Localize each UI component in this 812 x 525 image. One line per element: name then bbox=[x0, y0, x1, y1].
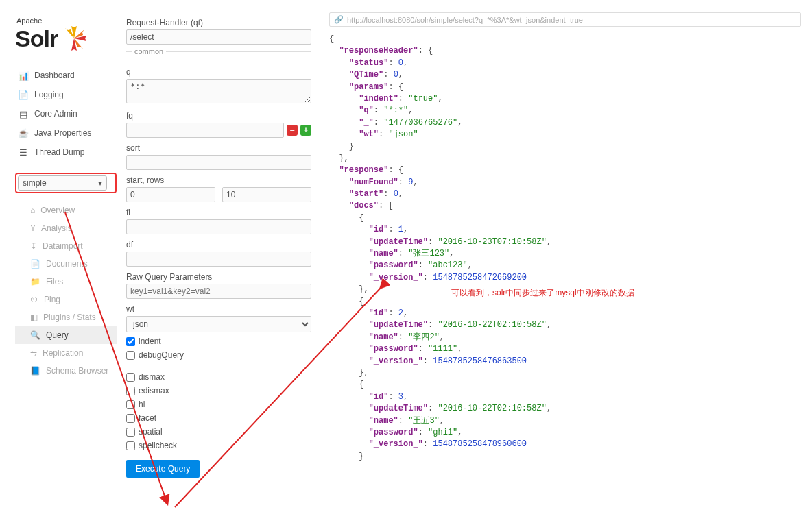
fq-remove-button[interactable]: − bbox=[287, 125, 298, 136]
df-label: df bbox=[126, 240, 311, 249]
fq-input[interactable] bbox=[126, 123, 284, 138]
search-icon: 🔍 bbox=[30, 330, 40, 340]
facet-checkbox[interactable] bbox=[126, 414, 135, 423]
logo-text-apache: Apache bbox=[16, 16, 117, 25]
sort-label: sort bbox=[126, 143, 311, 153]
q-label: q bbox=[126, 67, 311, 77]
common-label: common bbox=[132, 47, 166, 56]
java-icon: ☕ bbox=[18, 127, 29, 138]
dataimport-icon: ↧ bbox=[30, 241, 37, 251]
sub-nav: ⌂Overview YAnalysis ↧Dataimport 📄Documen… bbox=[27, 202, 117, 380]
startrows-label: start, rows bbox=[126, 175, 311, 185]
thread-icon: ☰ bbox=[18, 147, 29, 158]
hl-label: hl bbox=[139, 400, 145, 409]
logging-icon: 📄 bbox=[18, 89, 29, 100]
chevron-down-icon: ▾ bbox=[98, 178, 102, 188]
core-admin-icon: ▤ bbox=[18, 108, 29, 119]
wt-select[interactable]: json bbox=[126, 316, 311, 332]
ping-icon: ⏲ bbox=[30, 295, 38, 304]
edismax-checkbox[interactable] bbox=[126, 387, 135, 395]
nav-java-properties[interactable]: ☕Java Properties bbox=[15, 123, 117, 143]
start-input[interactable] bbox=[126, 187, 215, 202]
subnav-ping[interactable]: ⏲Ping bbox=[27, 291, 117, 308]
schema-icon: 📘 bbox=[30, 366, 40, 376]
fq-label: fq bbox=[126, 111, 311, 121]
subnav-schema[interactable]: 📘Schema Browser bbox=[27, 362, 117, 380]
home-icon: ⌂ bbox=[30, 206, 35, 215]
query-form: Request-Handler (qt) common q *:* fq − +… bbox=[117, 0, 321, 525]
dismax-checkbox[interactable] bbox=[126, 373, 135, 382]
fq-add-button[interactable]: + bbox=[300, 125, 311, 136]
rows-input[interactable] bbox=[222, 187, 311, 202]
sort-input[interactable] bbox=[126, 155, 311, 170]
result-url: http://localhost:8080/solr/simple/select… bbox=[347, 16, 583, 24]
spellcheck-label: spellcheck bbox=[139, 441, 177, 450]
q-input[interactable]: *:* bbox=[126, 79, 311, 103]
qt-label: Request-Handler (qt) bbox=[126, 18, 311, 27]
indent-checkbox[interactable] bbox=[126, 337, 135, 346]
subnav-replication[interactable]: ⇋Replication bbox=[27, 344, 117, 362]
plugins-icon: ◧ bbox=[30, 313, 38, 322]
core-select-highlight: simple ▾ bbox=[15, 173, 117, 193]
hl-checkbox[interactable] bbox=[126, 400, 135, 409]
raw-input[interactable] bbox=[126, 284, 311, 299]
analysis-icon: Y bbox=[30, 223, 36, 233]
facet-label: facet bbox=[139, 413, 156, 423]
logo-text-solr: Solr bbox=[15, 25, 58, 52]
subnav-overview[interactable]: ⌂Overview bbox=[27, 202, 117, 219]
subnav-documents[interactable]: 📄Documents bbox=[27, 255, 117, 273]
core-selector[interactable]: simple ▾ bbox=[18, 175, 107, 191]
raw-label: Raw Query Parameters bbox=[126, 272, 311, 282]
link-icon: 🔗 bbox=[334, 15, 344, 24]
sun-icon bbox=[60, 25, 88, 52]
files-icon: 📁 bbox=[30, 277, 40, 286]
edismax-label: edismax bbox=[139, 386, 169, 395]
annotation-text: 可以看到，solr中同步过来了mysql中刚修改的数据 bbox=[451, 287, 634, 299]
debug-checkbox[interactable] bbox=[126, 351, 135, 360]
subnav-query[interactable]: 🔍Query bbox=[15, 326, 117, 344]
df-input[interactable] bbox=[126, 252, 311, 267]
spatial-checkbox[interactable] bbox=[126, 428, 135, 437]
nav-thread-dump[interactable]: ☰Thread Dump bbox=[15, 143, 117, 162]
result-panel: 🔗 http://localhost:8080/solr/simple/sele… bbox=[321, 0, 812, 525]
debug-label: debugQuery bbox=[139, 350, 184, 360]
subnav-files[interactable]: 📁Files bbox=[27, 273, 117, 291]
nav-dashboard[interactable]: 📊Dashboard bbox=[15, 66, 117, 85]
execute-query-button[interactable]: Execute Query bbox=[126, 460, 200, 478]
nav-core-admin[interactable]: ▤Core Admin bbox=[15, 104, 117, 123]
sidebar: Apache Solr 📊Dashboard 📄Logging bbox=[0, 0, 117, 525]
json-output: { "responseHeader": { "status": 0, "QTim… bbox=[329, 34, 801, 463]
logo: Apache Solr bbox=[15, 16, 117, 52]
spellcheck-checkbox[interactable] bbox=[126, 441, 135, 450]
replication-icon: ⇋ bbox=[30, 348, 37, 358]
subnav-analysis[interactable]: YAnalysis bbox=[27, 219, 117, 237]
documents-icon: 📄 bbox=[30, 259, 40, 269]
dashboard-icon: 📊 bbox=[18, 70, 29, 81]
wt-label: wt bbox=[126, 304, 311, 314]
dismax-label: dismax bbox=[139, 372, 165, 382]
indent-label: indent bbox=[139, 337, 161, 346]
subnav-plugins[interactable]: ◧Plugins / Stats bbox=[27, 308, 117, 326]
qt-input[interactable] bbox=[126, 29, 311, 45]
fl-input[interactable] bbox=[126, 219, 311, 234]
fl-label: fl bbox=[126, 208, 311, 217]
nav-logging[interactable]: 📄Logging bbox=[15, 85, 117, 104]
result-url-bar[interactable]: 🔗 http://localhost:8080/solr/simple/sele… bbox=[329, 12, 801, 27]
spatial-label: spatial bbox=[139, 427, 163, 437]
subnav-dataimport[interactable]: ↧Dataimport bbox=[27, 237, 117, 255]
main-nav: 📊Dashboard 📄Logging ▤Core Admin ☕Java Pr… bbox=[15, 66, 117, 162]
